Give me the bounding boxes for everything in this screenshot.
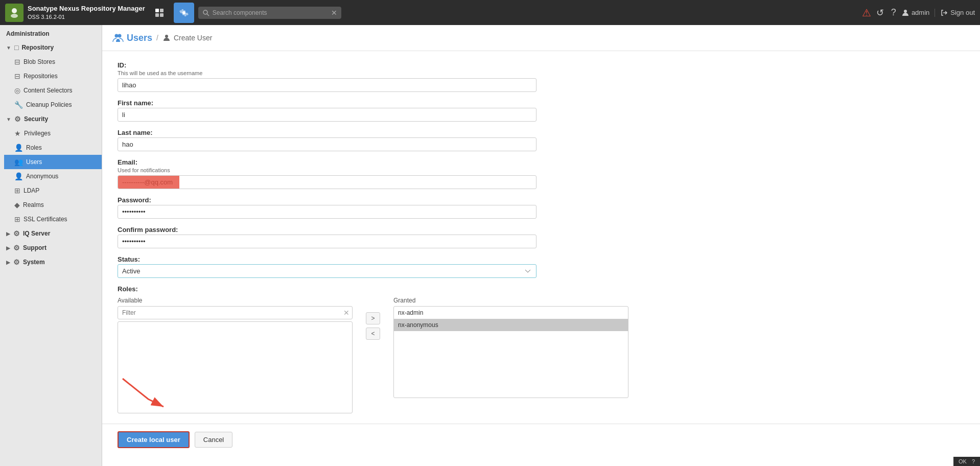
email-input[interactable] <box>118 175 536 189</box>
available-roles-list <box>118 321 353 413</box>
sidebar-item-roles[interactable]: 👤 Roles <box>4 141 102 155</box>
sidebar-item-cleanup-policies[interactable]: 🔧 Cleanup Policies <box>4 98 102 112</box>
sidebar-item-label: Cleanup Policies <box>26 101 72 108</box>
sidebar-item-security[interactable]: ▼ ⚙ Security <box>0 112 102 126</box>
granted-column: Granted nx-admin nx-anonymous <box>393 297 628 398</box>
chevron-right-icon: ▶ <box>6 260 10 265</box>
privileges-icon: ★ <box>14 129 21 137</box>
sidebar-item-repositories[interactable]: ⊟ Repositories <box>4 69 102 83</box>
sidebar-item-content-selectors[interactable]: ◎ Content Selectors <box>4 83 102 98</box>
sidebar-item-label: Realms <box>23 201 44 208</box>
components-icon-btn[interactable] <box>149 3 170 23</box>
brand-logo <box>5 4 24 22</box>
sidebar-item-repository[interactable]: ▼ □ Repository <box>0 40 102 55</box>
move-right-button[interactable]: > <box>366 312 380 324</box>
sidebar-item-ldap[interactable]: ⊞ LDAP <box>4 183 102 198</box>
id-field-group: ID: This will be used as the username <box>118 61 628 92</box>
anonymous-icon: 👤 <box>14 172 23 180</box>
available-column: Available ✕ <box>118 297 353 413</box>
chevron-right-icon: ▶ <box>6 245 10 251</box>
sidebar-item-iq-server[interactable]: ▶ ⚙ IQ Server <box>0 226 102 241</box>
users-icon: 👥 <box>14 158 23 166</box>
svg-point-9 <box>115 34 119 38</box>
breadcrumb-users[interactable]: Users <box>112 32 152 43</box>
signout-section[interactable]: Sign out <box>935 9 975 17</box>
refresh-icon[interactable]: ↺ <box>874 5 886 20</box>
id-input[interactable] <box>118 78 536 92</box>
content-selectors-icon: ◎ <box>14 86 20 95</box>
signout-label[interactable]: Sign out <box>950 9 975 16</box>
cancel-button[interactable]: Cancel <box>195 432 232 448</box>
roles-arrows: > < <box>363 297 383 340</box>
svg-line-7 <box>207 14 209 16</box>
email-hint: Used for notifications <box>118 167 628 173</box>
granted-role-nx-anonymous[interactable]: nx-anonymous <box>394 319 628 331</box>
search-clear-icon[interactable]: ✕ <box>331 9 337 17</box>
granted-role-nx-admin[interactable]: nx-admin <box>394 307 628 319</box>
settings-icon-btn[interactable] <box>174 3 194 23</box>
navbar: Sonatype Nexus Repository Manager OSS 3.… <box>0 0 980 25</box>
chevron-right-icon: ▶ <box>6 231 10 237</box>
blob-stores-icon: ⊟ <box>14 58 20 66</box>
sidebar-item-label: Support <box>23 244 46 251</box>
security-children: ★ Privileges 👤 Roles 👥 Users 👤 Anonymous… <box>4 126 102 226</box>
password-field-group: Password: <box>118 196 628 219</box>
status-bar: OK ? <box>953 457 980 466</box>
sidebar-item-users[interactable]: 👥 Users <box>4 155 102 169</box>
svg-point-6 <box>203 10 207 14</box>
breadcrumb-current-label: Create User <box>174 34 212 42</box>
id-label: ID: <box>118 61 628 69</box>
sidebar-item-realms[interactable]: ◆ Realms <box>4 198 102 212</box>
sidebar-item-label: Privileges <box>24 130 51 137</box>
sidebar: Administration ▼ □ Repository ⊟ Blob Sto… <box>0 25 102 466</box>
sidebar-item-label: Content Selectors <box>24 87 72 94</box>
svg-rect-5 <box>160 13 164 17</box>
chevron-down-icon: ▼ <box>6 116 11 122</box>
search-input[interactable] <box>213 9 328 16</box>
sidebar-item-label: SSL Certificates <box>24 216 67 223</box>
svg-rect-4 <box>155 13 159 17</box>
svg-point-11 <box>165 35 168 38</box>
roles-filter-input[interactable] <box>118 306 353 319</box>
breadcrumb-current: Create User <box>162 34 212 42</box>
status-select[interactable]: Active Disabled <box>118 264 536 278</box>
repositories-icon: ⊟ <box>14 72 20 80</box>
sidebar-item-label: Security <box>24 115 48 123</box>
repository-children: ⊟ Blob Stores ⊟ Repositories ◎ Content S… <box>4 55 102 112</box>
email-label: Email: <box>118 158 628 166</box>
lastname-field-group: Last name: <box>118 129 628 151</box>
sidebar-item-blob-stores[interactable]: ⊟ Blob Stores <box>4 55 102 69</box>
firstname-label: First name: <box>118 99 628 107</box>
firstname-input[interactable] <box>118 108 536 122</box>
create-local-user-button[interactable]: Create local user <box>118 431 190 448</box>
form-actions: Create local user Cancel <box>102 424 980 455</box>
move-left-button[interactable]: < <box>366 328 380 340</box>
password-input[interactable] <box>118 205 536 219</box>
sidebar-item-ssl-certificates[interactable]: ⊞ SSL Certificates <box>4 212 102 226</box>
search-bar[interactable]: ✕ <box>198 7 341 19</box>
status-help-label[interactable]: ? <box>972 458 975 464</box>
sidebar-item-label: Blob Stores <box>24 58 55 65</box>
ldap-icon: ⊞ <box>14 187 20 195</box>
help-icon[interactable]: ? <box>889 5 898 20</box>
confirm-password-input[interactable] <box>118 235 536 248</box>
email-field-group: Email: Used for notifications <box>118 158 628 189</box>
email-field-wrapper <box>118 175 536 189</box>
user-section[interactable]: admin <box>901 9 929 17</box>
brand-text: Sonatype Nexus Repository Manager OSS 3.… <box>28 5 145 20</box>
sidebar-item-anonymous[interactable]: 👤 Anonymous <box>4 169 102 183</box>
sidebar-item-label: Users <box>26 158 42 166</box>
lastname-input[interactable] <box>118 137 536 151</box>
sidebar-item-privileges[interactable]: ★ Privileges <box>4 126 102 141</box>
status-field-group: Status: Active Disabled <box>118 255 628 278</box>
security-icon: ⚙ <box>14 115 21 123</box>
support-icon: ⚙ <box>13 244 20 252</box>
sidebar-item-support[interactable]: ▶ ⚙ Support <box>0 241 102 255</box>
create-user-form: ID: This will be used as the username Fi… <box>102 51 644 424</box>
granted-header: Granted <box>393 297 628 304</box>
svg-rect-2 <box>155 9 159 12</box>
brand: Sonatype Nexus Repository Manager OSS 3.… <box>5 4 145 22</box>
roles-filter-clear-button[interactable]: ✕ <box>343 309 349 317</box>
sidebar-item-system[interactable]: ▶ ⚙ System <box>0 255 102 269</box>
granted-roles-list: nx-admin nx-anonymous <box>393 306 628 398</box>
